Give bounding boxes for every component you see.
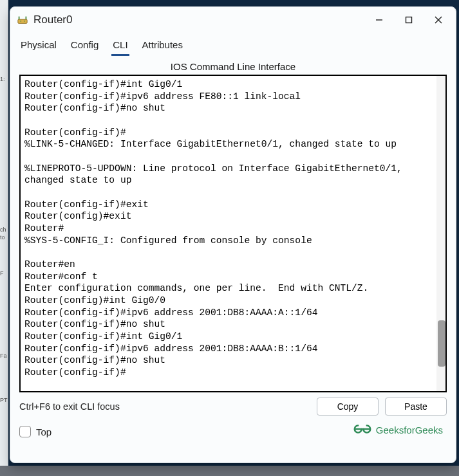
tab-attributes[interactable]: Attributes: [141, 37, 184, 56]
tab-row: Physical Config CLI Attributes: [10, 33, 456, 56]
svg-rect-0: [18, 19, 27, 23]
tab-cli[interactable]: CLI: [111, 37, 129, 56]
bg-text: ch: [0, 226, 6, 233]
terminal-container: Router(config-if)#int Gig0/1 Router(conf…: [19, 75, 447, 392]
window-footer: Top GeeksforGeeks: [10, 419, 456, 443]
minimize-button[interactable]: [364, 8, 394, 32]
bg-text: 1:: [0, 76, 5, 82]
paste-button[interactable]: Paste: [385, 398, 447, 416]
svg-rect-6: [406, 17, 412, 23]
terminal-scrollbar-track[interactable]: [436, 76, 445, 391]
top-checkbox-label: Top: [36, 426, 52, 437]
router-app-icon: [17, 14, 28, 26]
tab-physical[interactable]: Physical: [19, 37, 58, 56]
terminal-footer-row: Ctrl+F6 to exit CLI focus Copy Paste: [10, 392, 456, 419]
cli-terminal[interactable]: Router(config-if)#int Gig0/1 Router(conf…: [21, 76, 445, 391]
close-button[interactable]: [424, 8, 453, 32]
copy-button[interactable]: Copy: [317, 398, 379, 416]
bg-text: to: [0, 234, 5, 241]
svg-rect-2: [26, 17, 27, 20]
svg-point-4: [24, 21, 25, 22]
window-controls: [364, 8, 453, 32]
top-checkbox[interactable]: [19, 426, 31, 437]
bg-text: Fa: [0, 352, 7, 359]
cli-focus-hint: Ctrl+F6 to exit CLI focus: [19, 401, 310, 412]
bg-text: PT: [0, 397, 8, 403]
window-title: Router0: [33, 14, 364, 26]
titlebar[interactable]: Router0: [10, 7, 456, 33]
router-window: Router0 Physical Config CLI Attributes I…: [10, 6, 456, 463]
svg-point-3: [20, 21, 21, 22]
top-checkbox-group[interactable]: Top: [19, 426, 52, 437]
geeksforgeeks-brand: GeeksforGeeks: [353, 423, 443, 437]
bg-text: F: [0, 270, 4, 277]
geeksforgeeks-icon: [353, 423, 372, 437]
terminal-scrollbar-thumb[interactable]: [438, 320, 445, 367]
svg-rect-1: [19, 17, 20, 20]
taskbar-strip: [0, 466, 459, 476]
left-background-strip: 1: ch to F Fa PT: [0, 0, 8, 476]
geeksforgeeks-label: GeeksforGeeks: [376, 425, 443, 435]
maximize-button[interactable]: [394, 8, 424, 32]
tab-config[interactable]: Config: [70, 37, 100, 56]
cli-section-header: IOS Command Line Interface: [10, 56, 456, 75]
